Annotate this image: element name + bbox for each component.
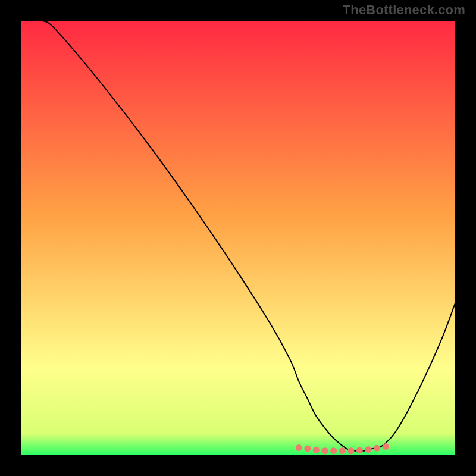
optimal-marker [374,445,380,452]
optimal-marker [347,447,354,454]
optimal-marker [322,447,328,454]
optimal-marker [383,443,389,450]
optimal-marker [365,446,372,453]
optimal-marker [330,447,337,454]
optimal-marker [356,447,363,453]
chart-frame: TheBottleneck.com [0,0,476,476]
optimal-marker [304,446,311,452]
bottleneck-chart [21,21,455,455]
gradient-background [21,21,455,455]
plot-area [21,21,455,455]
optimal-marker [339,447,346,454]
optimal-marker [296,444,302,451]
optimal-marker [313,447,320,453]
site-watermark: TheBottleneck.com [343,2,465,18]
